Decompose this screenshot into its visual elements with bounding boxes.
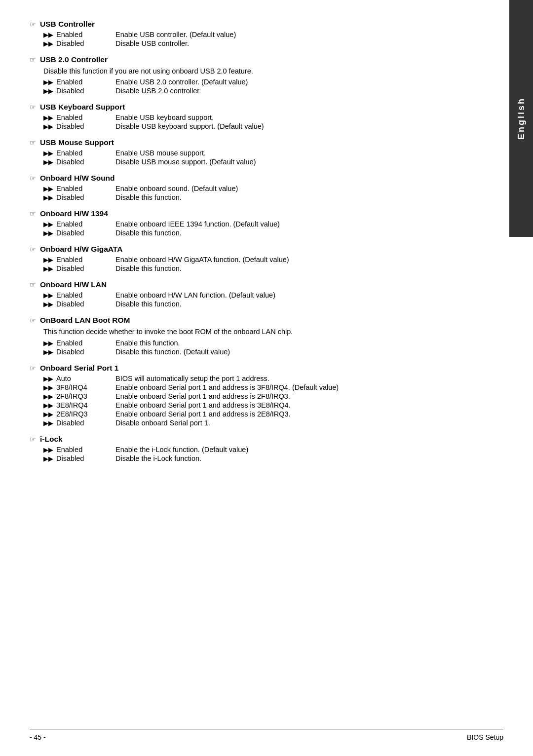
- option-row: ▶▶DisabledDisable this function.: [43, 300, 476, 308]
- option-bullet-icon: ▶▶: [43, 194, 53, 201]
- section-i-lock: ☞i-Lock▶▶EnabledEnable the i-Lock functi…: [30, 435, 476, 462]
- section-title-onboard-hw-sound: Onboard H/W Sound: [40, 174, 115, 183]
- option-key: Enabled: [56, 256, 115, 264]
- option-key: Disabled: [56, 122, 115, 130]
- option-bullet-icon: ▶▶: [43, 455, 53, 462]
- options-list-usb-mouse-support: ▶▶EnabledEnable USB mouse support.▶▶Disa…: [43, 149, 476, 166]
- section-icon-onboard-serial-port-1: ☞: [30, 364, 36, 372]
- option-bullet-icon: ▶▶: [43, 78, 53, 86]
- option-key: 3F8/IRQ4: [56, 383, 115, 391]
- option-desc: Enable the i-Lock function. (Default val…: [115, 446, 476, 454]
- section-heading-onboard-hw-gigaata: ☞Onboard H/W GigaATA: [30, 245, 476, 254]
- option-key: Disabled: [56, 300, 115, 308]
- option-desc: Enable USB controller. (Default value): [115, 31, 476, 38]
- section-onboard-lan-boot-rom: ☞OnBoard LAN Boot ROMThis function decid…: [30, 316, 476, 355]
- section-heading-usb-20-controller: ☞USB 2.0 Controller: [30, 55, 476, 64]
- option-desc: Disable this function. (Default value): [115, 348, 476, 356]
- section-desc-onboard-lan-boot-rom: This function decide whether to invoke t…: [43, 327, 476, 337]
- option-key: Disabled: [56, 265, 115, 272]
- option-key: Enabled: [56, 31, 115, 38]
- section-heading-usb-mouse-support: ☞USB Mouse Support: [30, 138, 476, 147]
- option-bullet-icon: ▶▶: [43, 158, 53, 166]
- option-row: ▶▶EnabledEnable USB 2.0 controller. (Def…: [43, 78, 476, 86]
- section-onboard-hw-lan: ☞Onboard H/W LAN▶▶EnabledEnable onboard …: [30, 280, 476, 308]
- option-bullet-icon: ▶▶: [43, 375, 53, 382]
- option-bullet-icon: ▶▶: [43, 393, 53, 400]
- option-desc: Disable the i-Lock function.: [115, 454, 476, 462]
- section-usb-keyboard-support: ☞USB Keyboard Support▶▶EnabledEnable USB…: [30, 103, 476, 130]
- options-list-i-lock: ▶▶EnabledEnable the i-Lock function. (De…: [43, 446, 476, 462]
- section-heading-onboard-hw-lan: ☞Onboard H/W LAN: [30, 280, 476, 289]
- option-key: Enabled: [56, 220, 115, 228]
- option-bullet-icon: ▶▶: [43, 446, 53, 454]
- option-desc: Disable USB mouse support. (Default valu…: [115, 158, 476, 166]
- option-desc: Enable USB keyboard support.: [115, 113, 476, 121]
- option-key: 2E8/IRQ3: [56, 410, 115, 418]
- option-bullet-icon: ▶▶: [43, 150, 53, 157]
- option-row: ▶▶DisabledDisable USB keyboard support. …: [43, 122, 476, 130]
- section-usb-controller: ☞USB Controller▶▶EnabledEnable USB contr…: [30, 20, 476, 47]
- option-desc: Disable this function.: [115, 193, 476, 201]
- option-row: ▶▶DisabledDisable this function.: [43, 229, 476, 237]
- section-icon-usb-20-controller: ☞: [30, 56, 36, 64]
- option-desc: Enable onboard Serial port 1 and address…: [115, 410, 476, 418]
- option-key: Disabled: [56, 419, 115, 427]
- section-usb-20-controller: ☞USB 2.0 ControllerDisable this function…: [30, 55, 476, 95]
- options-list-usb-20-controller: ▶▶EnabledEnable USB 2.0 controller. (Def…: [43, 78, 476, 95]
- option-key: Enabled: [56, 185, 115, 192]
- option-desc: Enable onboard H/W GigaATA function. (De…: [115, 256, 476, 264]
- section-icon-onboard-hw-1394: ☞: [30, 210, 36, 218]
- option-row: ▶▶2F8/IRQ3Enable onboard Serial port 1 a…: [43, 392, 476, 400]
- options-list-onboard-serial-port-1: ▶▶AutoBIOS will automatically setup the …: [43, 375, 476, 427]
- section-onboard-hw-gigaata: ☞Onboard H/W GigaATA▶▶EnabledEnable onbo…: [30, 245, 476, 272]
- section-heading-onboard-hw-sound: ☞Onboard H/W Sound: [30, 174, 476, 183]
- option-desc: Enable onboard IEEE 1394 function. (Defa…: [115, 220, 476, 228]
- section-icon-usb-controller: ☞: [30, 20, 36, 28]
- option-desc: Enable onboard H/W LAN function. (Defaul…: [115, 291, 476, 299]
- option-desc: Enable onboard Serial port 1 and address…: [115, 401, 476, 409]
- section-onboard-hw-sound: ☞Onboard H/W Sound▶▶EnabledEnable onboar…: [30, 174, 476, 201]
- option-desc: Disable this function.: [115, 265, 476, 272]
- option-key: Enabled: [56, 149, 115, 157]
- option-bullet-icon: ▶▶: [43, 221, 53, 228]
- option-row: ▶▶2E8/IRQ3Enable onboard Serial port 1 a…: [43, 410, 476, 418]
- footer-page-number: - 45 -: [30, 733, 46, 741]
- option-desc: Disable onboard Serial port 1.: [115, 419, 476, 427]
- option-row: ▶▶EnabledEnable onboard IEEE 1394 functi…: [43, 220, 476, 228]
- option-bullet-icon: ▶▶: [43, 419, 53, 427]
- option-bullet-icon: ▶▶: [43, 256, 53, 264]
- option-key: Enabled: [56, 78, 115, 86]
- section-icon-onboard-hw-lan: ☞: [30, 281, 36, 289]
- option-bullet-icon: ▶▶: [43, 265, 53, 272]
- section-heading-usb-keyboard-support: ☞USB Keyboard Support: [30, 103, 476, 112]
- options-list-onboard-hw-lan: ▶▶EnabledEnable onboard H/W LAN function…: [43, 291, 476, 308]
- option-key: Disabled: [56, 39, 115, 47]
- section-title-usb-20-controller: USB 2.0 Controller: [40, 55, 108, 64]
- section-icon-usb-keyboard-support: ☞: [30, 103, 36, 111]
- option-key: Disabled: [56, 229, 115, 237]
- option-key: Enabled: [56, 291, 115, 299]
- section-icon-onboard-lan-boot-rom: ☞: [30, 316, 36, 324]
- section-onboard-serial-port-1: ☞Onboard Serial Port 1▶▶AutoBIOS will au…: [30, 364, 476, 427]
- page-footer: - 45 - BIOS Setup: [30, 729, 503, 741]
- option-desc: Enable USB mouse support.: [115, 149, 476, 157]
- option-key: 2F8/IRQ3: [56, 392, 115, 400]
- section-title-onboard-hw-1394: Onboard H/W 1394: [40, 209, 108, 218]
- option-key: Disabled: [56, 87, 115, 95]
- section-title-usb-controller: USB Controller: [40, 20, 95, 29]
- section-icon-i-lock: ☞: [30, 435, 36, 443]
- option-bullet-icon: ▶▶: [43, 402, 53, 409]
- main-content: ☞USB Controller▶▶EnabledEnable USB contr…: [30, 20, 476, 462]
- option-bullet-icon: ▶▶: [43, 384, 53, 391]
- option-bullet-icon: ▶▶: [43, 40, 53, 47]
- sidebar-english: English: [509, 0, 533, 237]
- option-row: ▶▶DisabledDisable USB controller.: [43, 39, 476, 47]
- option-bullet-icon: ▶▶: [43, 301, 53, 308]
- option-row: ▶▶DisabledDisable this function.: [43, 193, 476, 201]
- option-key: 3E8/IRQ4: [56, 401, 115, 409]
- section-icon-onboard-hw-gigaata: ☞: [30, 245, 36, 253]
- option-desc: Disable this function.: [115, 229, 476, 237]
- option-bullet-icon: ▶▶: [43, 348, 53, 356]
- option-bullet-icon: ▶▶: [43, 87, 53, 95]
- sidebar-english-text: English: [516, 97, 527, 140]
